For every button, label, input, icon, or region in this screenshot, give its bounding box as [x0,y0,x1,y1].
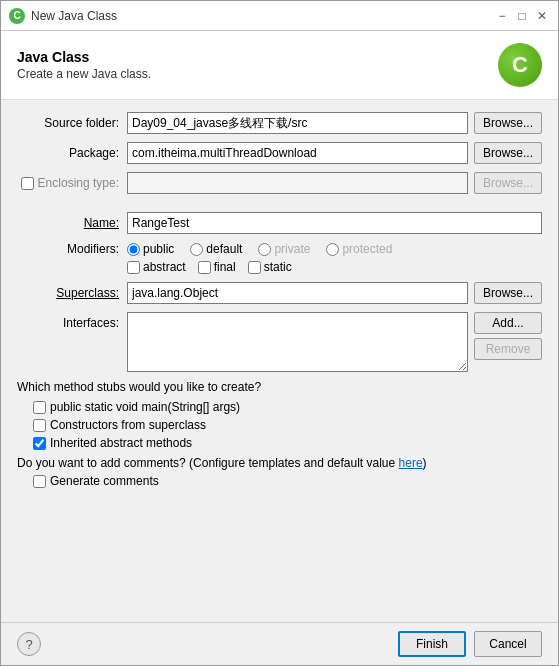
radio-default[interactable]: default [190,242,242,256]
stub-inherited-checkbox[interactable] [33,437,46,450]
app-icon: C [9,8,25,24]
enclosing-type-checkbox-area: Enclosing type: [17,176,127,190]
superclass-row: Superclass: Browse... [17,282,542,304]
name-input[interactable] [127,212,542,234]
browse-superclass-button[interactable]: Browse... [474,282,542,304]
modifiers-checkbox-group: abstract final static [127,260,542,274]
modifiers-radio-group: public default private protected [127,242,392,256]
stub-item-inherited: Inherited abstract methods [33,436,542,450]
browse-package-button[interactable]: Browse... [474,142,542,164]
finish-button[interactable]: Finish [398,631,466,657]
title-bar: C New Java Class − □ ✕ [1,1,558,31]
footer-buttons: Finish Cancel [398,631,542,657]
name-row: Name: [17,212,542,234]
superclass-input[interactable] [127,282,468,304]
remove-interface-button[interactable]: Remove [474,338,542,360]
add-interface-button[interactable]: Add... [474,312,542,334]
interfaces-label: Interfaces: [17,312,127,330]
stub-main-checkbox[interactable] [33,401,46,414]
package-input[interactable] [127,142,468,164]
browse-enclosing-button[interactable]: Browse... [474,172,542,194]
header-info: Java Class Create a new Java class. [17,49,151,81]
window-title: New Java Class [31,9,117,23]
interfaces-buttons: Add... Remove [474,312,542,360]
name-label: Name: [17,216,127,230]
package-row: Package: Browse... [17,142,542,164]
final-checkbox-item[interactable]: final [198,260,236,274]
comments-section: Generate comments [33,474,542,488]
stubs-question: Which method stubs would you like to cre… [17,380,542,394]
form-content: Source folder: Browse... Package: Browse… [1,100,558,622]
enclosing-type-input[interactable] [127,172,468,194]
maximize-button[interactable]: □ [514,8,530,24]
dialog-footer: ? Finish Cancel [1,622,558,665]
minimize-button[interactable]: − [494,8,510,24]
radio-public[interactable]: public [127,242,174,256]
modifiers-label: Modifiers: [17,242,127,256]
enclosing-type-checkbox[interactable] [21,177,34,190]
title-bar-left: C New Java Class [9,8,117,24]
new-java-class-dialog: C New Java Class − □ ✕ Java Class Create… [0,0,559,666]
help-button[interactable]: ? [17,632,41,656]
modifiers-row: Modifiers: public default private protec… [17,242,542,256]
source-folder-input[interactable] [127,112,468,134]
static-checkbox-item[interactable]: static [248,260,292,274]
stubs-section: public static void main(String[] args) C… [33,400,542,450]
cancel-button[interactable]: Cancel [474,631,542,657]
dialog-subtitle: Create a new Java class. [17,67,151,81]
window-controls: − □ ✕ [494,8,550,24]
final-checkbox[interactable] [198,261,211,274]
stub-item-main: public static void main(String[] args) [33,400,542,414]
browse-source-button[interactable]: Browse... [474,112,542,134]
abstract-checkbox[interactable] [127,261,140,274]
generate-comments-item: Generate comments [33,474,542,488]
package-label: Package: [17,146,127,160]
stub-item-constructors: Constructors from superclass [33,418,542,432]
dialog-title: Java Class [17,49,151,65]
radio-private[interactable]: private [258,242,310,256]
radio-protected[interactable]: protected [326,242,392,256]
dialog-header: Java Class Create a new Java class. C [1,31,558,100]
enclosing-type-row: Enclosing type: Browse... [17,172,542,194]
source-folder-label: Source folder: [17,116,127,130]
configure-link[interactable]: here [399,456,423,470]
generate-comments-checkbox[interactable] [33,475,46,488]
source-folder-row: Source folder: Browse... [17,112,542,134]
superclass-label: Superclass: [17,286,127,300]
abstract-checkbox-item[interactable]: abstract [127,260,186,274]
enclosing-type-label: Enclosing type: [38,176,119,190]
close-button[interactable]: ✕ [534,8,550,24]
interfaces-input[interactable] [127,312,468,372]
interfaces-section: Interfaces: Add... Remove [17,312,542,372]
static-checkbox[interactable] [248,261,261,274]
header-logo: C [498,43,542,87]
comments-question: Do you want to add comments? (Configure … [17,456,542,470]
stub-constructors-checkbox[interactable] [33,419,46,432]
